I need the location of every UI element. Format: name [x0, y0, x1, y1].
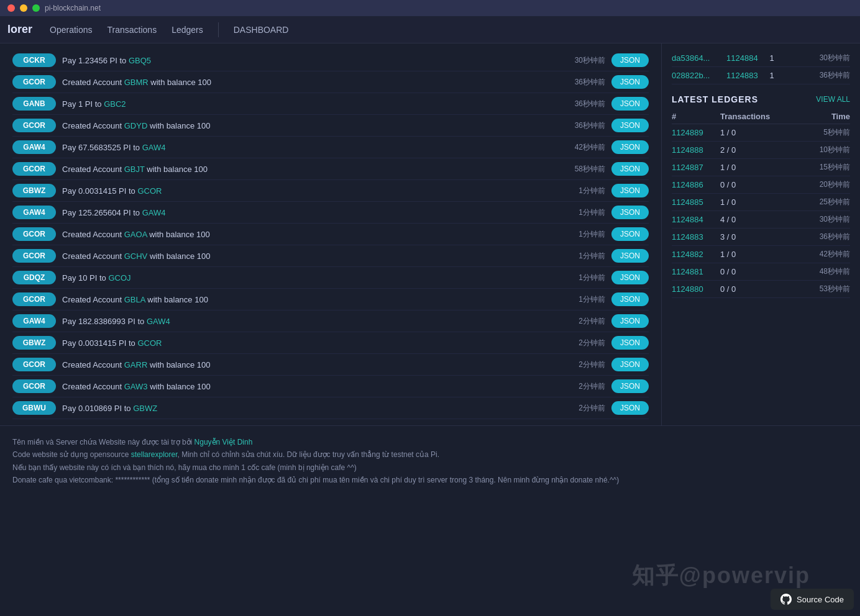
op-link[interactable]: GBMR — [124, 78, 149, 87]
ledgers-section: LATEST LEDGERS VIEW ALL # Transactions T… — [672, 94, 850, 298]
ledger-rows: 11248891 / 05秒钟前11248882 / 010秒钟前1124887… — [672, 124, 850, 298]
op-badge[interactable]: GAW4 — [12, 206, 56, 219]
json-button[interactable]: JSON — [611, 119, 649, 132]
ledger-id[interactable]: 1124881 — [672, 267, 715, 276]
op-link[interactable]: GBJT — [124, 165, 145, 174]
op-link[interactable]: GARR — [124, 360, 148, 369]
op-badge[interactable]: GBWZ — [12, 336, 56, 350]
json-button[interactable]: JSON — [611, 227, 649, 241]
nav-divider — [218, 22, 219, 37]
op-link[interactable]: GBC2 — [104, 99, 126, 109]
op-link[interactable]: GCHV — [124, 251, 148, 261]
operation-row: GCORCreated Account GCHV with balance 10… — [12, 245, 649, 267]
right-panel: da53864...1124884130秒钟前028822b...1124883… — [661, 43, 860, 425]
op-description: Pay 0.0031415 PI to GCOR — [62, 338, 556, 348]
op-badge[interactable]: GCOR — [12, 162, 56, 176]
op-time: 1分钟前 — [562, 207, 605, 218]
tx-ledger[interactable]: 1124883 — [726, 71, 761, 80]
json-button[interactable]: JSON — [611, 379, 649, 393]
source-code-button[interactable]: Source Code — [771, 589, 854, 610]
json-button[interactable]: JSON — [611, 336, 649, 350]
op-description: Created Account GAW3 with balance 100 — [62, 382, 556, 391]
json-button[interactable]: JSON — [611, 314, 649, 328]
ledger-id[interactable]: 1124885 — [672, 197, 715, 207]
ledger-id[interactable]: 1124889 — [672, 128, 715, 137]
ledger-id[interactable]: 1124884 — [672, 215, 715, 224]
view-all-ledgers[interactable]: VIEW ALL — [816, 95, 850, 104]
json-button[interactable]: JSON — [611, 53, 649, 67]
op-link[interactable]: GAW4 — [142, 208, 166, 217]
json-button[interactable]: JSON — [611, 162, 649, 176]
op-link[interactable]: GCOR — [137, 186, 162, 196]
footer-link-stellar[interactable]: stellarexplorer — [131, 450, 178, 459]
footer-link-author[interactable]: Nguyễn Việt Dinh — [194, 438, 253, 446]
op-badge[interactable]: GCOR — [12, 249, 56, 263]
op-description: Pay 0.0031415 PI to GCOR — [62, 186, 556, 196]
op-suffix: with balance 100 — [149, 78, 211, 87]
op-badge[interactable]: GDQZ — [12, 271, 56, 284]
operation-row: GDQZPay 10 PI to GCOJ1分钟前JSON — [12, 267, 649, 289]
op-suffix: with balance 100 — [145, 295, 208, 304]
op-link[interactable]: GAW4 — [142, 143, 166, 152]
ledger-txs: 4 / 0 — [720, 215, 751, 224]
tx-ledger[interactable]: 1124884 — [726, 53, 761, 63]
op-badge[interactable]: GCKR — [12, 53, 56, 67]
ledger-id[interactable]: 1124883 — [672, 232, 715, 242]
op-link[interactable]: GAOA — [124, 230, 147, 239]
op-link[interactable]: GBLA — [124, 295, 145, 304]
op-time: 2分钟前 — [562, 338, 605, 348]
op-badge[interactable]: GAW4 — [12, 314, 56, 328]
op-description: Created Account GDYD with balance 100 — [62, 121, 556, 130]
op-badge[interactable]: GCOR — [12, 227, 56, 241]
footer-line1: Tên miền và Server chứa Website này được… — [12, 436, 848, 448]
op-link[interactable]: GBWZ — [133, 404, 157, 413]
nav-dashboard[interactable]: DASHBOARD — [234, 25, 289, 35]
nav-transactions[interactable]: Transactions — [108, 22, 157, 37]
json-button[interactable]: JSON — [611, 271, 649, 284]
op-badge[interactable]: GCOR — [12, 75, 56, 89]
op-badge[interactable]: GCOR — [12, 119, 56, 132]
op-badge[interactable]: GCOR — [12, 379, 56, 393]
op-time: 1分钟前 — [562, 186, 605, 196]
json-button[interactable]: JSON — [611, 184, 649, 197]
ledger-row: 11248821 / 042秒钟前 — [672, 246, 850, 263]
op-link[interactable]: GAW3 — [124, 382, 148, 391]
json-button[interactable]: JSON — [611, 140, 649, 154]
op-description: Created Account GAOA with balance 100 — [62, 230, 556, 239]
nav-ledgers[interactable]: Ledgers — [172, 22, 203, 37]
ledger-id[interactable]: 1124880 — [672, 284, 715, 294]
tx-hash[interactable]: da53864... — [672, 53, 721, 63]
operation-row: GCORCreated Account GARR with balance 10… — [12, 354, 649, 376]
json-button[interactable]: JSON — [611, 401, 649, 415]
op-link[interactable]: GBQ5 — [129, 56, 151, 65]
ledger-txs: 0 / 0 — [720, 284, 751, 294]
operation-row: GCORCreated Account GAOA with balance 10… — [12, 224, 649, 245]
nav-operations[interactable]: Operations — [50, 22, 92, 37]
op-time: 36秒钟前 — [562, 77, 605, 88]
json-button[interactable]: JSON — [611, 97, 649, 111]
ledger-id[interactable]: 1124888 — [672, 145, 715, 155]
tx-hash[interactable]: 028822b... — [672, 71, 721, 80]
ledger-id[interactable]: 1124886 — [672, 180, 715, 189]
op-link[interactable]: GDYD — [124, 121, 148, 130]
op-badge[interactable]: GAW4 — [12, 140, 56, 154]
op-badge[interactable]: GCOR — [12, 358, 56, 371]
json-button[interactable]: JSON — [611, 206, 649, 219]
op-badge[interactable]: GANB — [12, 97, 56, 111]
json-button[interactable]: JSON — [611, 75, 649, 89]
recent-transactions: da53864...1124884130秒钟前028822b...1124883… — [672, 50, 850, 84]
op-badge[interactable]: GCOR — [12, 292, 56, 306]
json-button[interactable]: JSON — [611, 358, 649, 371]
op-link[interactable]: GCOJ — [108, 273, 130, 283]
op-link[interactable]: GCOR — [137, 338, 162, 348]
op-badge[interactable]: GBWU — [12, 401, 56, 415]
json-button[interactable]: JSON — [611, 292, 649, 306]
ledger-id[interactable]: 1124887 — [672, 163, 715, 172]
op-link[interactable]: GAW4 — [147, 317, 170, 326]
nav-logo[interactable]: lorer — [7, 23, 32, 36]
maximize-dot — [32, 4, 40, 12]
ledger-id[interactable]: 1124882 — [672, 250, 715, 259]
json-button[interactable]: JSON — [611, 249, 649, 263]
ledger-row: 11248844 / 030秒钟前 — [672, 211, 850, 229]
op-badge[interactable]: GBWZ — [12, 184, 56, 197]
